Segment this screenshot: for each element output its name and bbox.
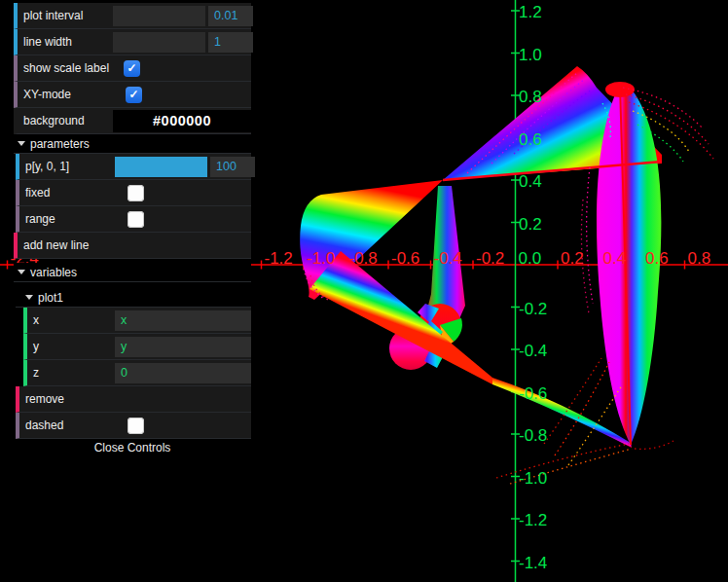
svg-text:-1.0: -1.0 — [519, 469, 547, 488]
svg-text:0.2: 0.2 — [561, 249, 584, 268]
row-dashed: dashed — [16, 413, 251, 439]
add-new-line-label: add new line — [18, 238, 89, 252]
svg-text:0.0: 0.0 — [519, 249, 542, 268]
row-background: background #000000 — [14, 108, 251, 134]
folder-parameters[interactable]: parameters — [14, 134, 251, 154]
folder-parameters-label: parameters — [30, 137, 90, 151]
z-var-label: z — [27, 366, 115, 380]
background-color-input[interactable]: #000000 — [113, 110, 251, 132]
line-width-value[interactable]: 1 — [208, 32, 253, 53]
show-scale-label-checkbox[interactable] — [124, 60, 140, 77]
p-param-slider-fill — [115, 157, 207, 177]
parameters-folder-content: p[y, 0, 1] 100 fixed range — [16, 154, 251, 233]
folder-plot1[interactable]: plot1 — [16, 288, 251, 308]
caret-down-icon — [25, 295, 33, 300]
folder-variables-label: variables — [30, 266, 77, 279]
svg-text:-1.4: -1.4 — [519, 554, 547, 572]
folder-variables[interactable]: variables — [14, 263, 251, 282]
svg-text:1.0: 1.0 — [519, 46, 542, 64]
row-y-var: y y — [23, 334, 251, 360]
row-plot-interval: plot interval 0.01 — [14, 3, 251, 29]
fixed-checkbox[interactable] — [127, 185, 144, 201]
svg-text:-1.0: -1.0 — [307, 249, 335, 268]
z-var-input[interactable]: 0 — [115, 363, 251, 383]
y-var-input[interactable]: y — [115, 337, 251, 357]
line-width-slider[interactable] — [113, 32, 205, 53]
show-scale-label-label: show scale label — [18, 61, 121, 75]
x-var-label: x — [27, 313, 115, 327]
p-param-slider[interactable] — [115, 157, 207, 177]
svg-text:-0.8: -0.8 — [349, 249, 378, 268]
row-range: range — [16, 206, 251, 233]
control-panel: plot interval 0.01 line width 1 show sca… — [14, 3, 251, 457]
svg-text:0.8: 0.8 — [688, 249, 711, 268]
svg-text:-0.4: -0.4 — [519, 342, 547, 360]
remove-button[interactable]: remove — [16, 386, 251, 413]
svg-text:0.8: 0.8 — [519, 88, 542, 106]
row-fixed: fixed — [16, 180, 251, 206]
plot-interval-value[interactable]: 0.01 — [208, 6, 253, 26]
row-show-scale-label: show scale label — [14, 55, 251, 82]
caret-down-icon — [18, 141, 25, 146]
row-line-width: line width 1 — [14, 29, 251, 55]
row-z-var: z 0 — [23, 360, 251, 386]
svg-text:-1.2: -1.2 — [265, 249, 293, 268]
svg-text:0.4: 0.4 — [519, 172, 542, 191]
dashed-checkbox[interactable] — [127, 418, 144, 434]
svg-text:-0.6: -0.6 — [391, 249, 419, 268]
svg-text:-1.2: -1.2 — [519, 511, 547, 529]
svg-text:-0.2: -0.2 — [519, 300, 547, 318]
line-width-label: line width — [18, 35, 113, 49]
plot1-folder-content: x x y y z 0 — [23, 308, 251, 386]
background-label: background — [18, 114, 113, 127]
p-param-label: p[y, 0, 1] — [19, 160, 115, 173]
plot-interval-label: plot interval — [18, 9, 113, 22]
dashed-label: dashed — [19, 418, 115, 432]
row-p-param: p[y, 0, 1] 100 — [16, 154, 251, 180]
p-param-value[interactable]: 100 — [210, 157, 255, 177]
variables-folder-content: plot1 x x y y z 0 remove dashed — [16, 282, 251, 439]
range-label: range — [19, 212, 115, 226]
add-new-line-button[interactable]: add new line — [14, 233, 251, 259]
svg-text:0.2: 0.2 — [519, 215, 542, 234]
row-x-var: x x — [23, 308, 251, 334]
svg-text:0.6: 0.6 — [519, 130, 542, 149]
x-var-input[interactable]: x — [115, 310, 251, 331]
svg-text:0.6: 0.6 — [645, 249, 669, 268]
svg-text:-0.6: -0.6 — [519, 384, 547, 403]
xy-mode-label: XY-mode — [18, 88, 113, 101]
remove-label: remove — [19, 392, 64, 406]
range-checkbox[interactable] — [127, 211, 144, 228]
svg-text:-0.8: -0.8 — [519, 426, 547, 445]
svg-text:-0.4: -0.4 — [434, 249, 462, 268]
y-var-label: y — [27, 340, 115, 353]
svg-text:1.2: 1.2 — [519, 3, 542, 21]
svg-text:0.4: 0.4 — [603, 249, 627, 268]
close-controls-button[interactable]: Close Controls — [14, 439, 251, 457]
row-xy-mode: XY-mode — [14, 82, 251, 108]
folder-plot1-label: plot1 — [38, 291, 63, 305]
fixed-label: fixed — [19, 186, 115, 200]
caret-down-icon — [18, 270, 25, 274]
plot-interval-slider[interactable] — [113, 6, 205, 26]
xy-mode-checkbox[interactable] — [126, 87, 142, 103]
svg-text:-0.2: -0.2 — [476, 249, 504, 268]
